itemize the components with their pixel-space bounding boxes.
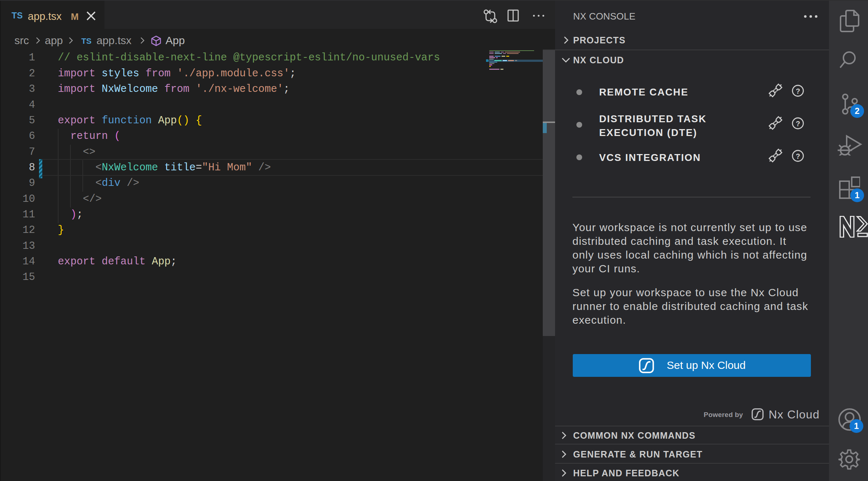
svg-text:?: ? (796, 87, 800, 95)
svg-text:?: ? (796, 152, 800, 160)
svg-text:?: ? (796, 120, 800, 128)
